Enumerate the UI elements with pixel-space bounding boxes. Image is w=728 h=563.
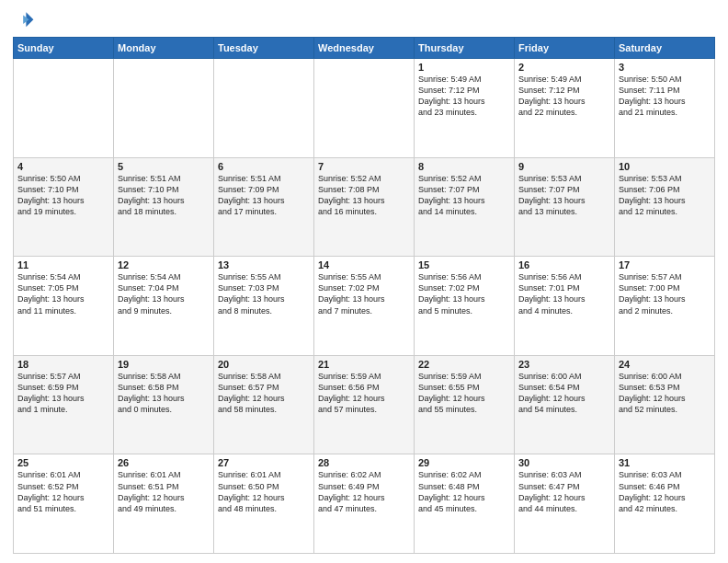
day-number: 24 xyxy=(619,359,711,370)
calendar-header-friday: Friday xyxy=(515,38,615,59)
day-number: 25 xyxy=(17,457,109,468)
day-info: Sunrise: 6:02 AM Sunset: 6:48 PM Dayligh… xyxy=(418,469,510,514)
day-info: Sunrise: 5:49 AM Sunset: 7:12 PM Dayligh… xyxy=(418,74,510,119)
calendar-cell: 2Sunrise: 5:49 AM Sunset: 7:12 PM Daylig… xyxy=(515,59,615,158)
day-info: Sunrise: 6:02 AM Sunset: 6:49 PM Dayligh… xyxy=(318,469,410,514)
calendar-cell: 16Sunrise: 5:56 AM Sunset: 7:01 PM Dayli… xyxy=(515,257,615,356)
calendar-cell: 26Sunrise: 6:01 AM Sunset: 6:51 PM Dayli… xyxy=(114,454,214,554)
calendar-header-sunday: Sunday xyxy=(14,38,114,59)
day-info: Sunrise: 5:53 AM Sunset: 7:06 PM Dayligh… xyxy=(619,173,711,218)
day-number: 8 xyxy=(418,161,510,172)
calendar-week-5: 25Sunrise: 6:01 AM Sunset: 6:52 PM Dayli… xyxy=(14,454,715,554)
day-info: Sunrise: 5:55 AM Sunset: 7:03 PM Dayligh… xyxy=(218,271,310,316)
day-info: Sunrise: 6:03 AM Sunset: 6:47 PM Dayligh… xyxy=(518,469,610,514)
day-number: 17 xyxy=(619,259,711,270)
day-info: Sunrise: 5:49 AM Sunset: 7:12 PM Dayligh… xyxy=(518,74,610,119)
calendar-cell: 8Sunrise: 5:52 AM Sunset: 7:07 PM Daylig… xyxy=(415,157,515,257)
calendar-week-2: 4Sunrise: 5:50 AM Sunset: 7:10 PM Daylig… xyxy=(14,157,715,257)
calendar-cell: 10Sunrise: 5:53 AM Sunset: 7:06 PM Dayli… xyxy=(615,157,715,257)
day-number: 1 xyxy=(418,62,510,73)
day-info: Sunrise: 6:01 AM Sunset: 6:51 PM Dayligh… xyxy=(118,469,210,514)
calendar-cell: 1Sunrise: 5:49 AM Sunset: 7:12 PM Daylig… xyxy=(415,59,515,158)
day-info: Sunrise: 5:59 AM Sunset: 6:55 PM Dayligh… xyxy=(418,371,510,416)
calendar-cell: 24Sunrise: 6:00 AM Sunset: 6:53 PM Dayli… xyxy=(615,355,715,454)
day-info: Sunrise: 5:52 AM Sunset: 7:08 PM Dayligh… xyxy=(318,173,410,218)
day-number: 6 xyxy=(218,161,310,172)
day-info: Sunrise: 5:58 AM Sunset: 6:58 PM Dayligh… xyxy=(118,371,210,416)
calendar-cell: 28Sunrise: 6:02 AM Sunset: 6:49 PM Dayli… xyxy=(314,454,415,554)
calendar-header-tuesday: Tuesday xyxy=(214,38,314,59)
day-info: Sunrise: 5:58 AM Sunset: 6:57 PM Dayligh… xyxy=(218,371,310,416)
day-number: 28 xyxy=(318,457,410,468)
calendar-cell: 13Sunrise: 5:55 AM Sunset: 7:03 PM Dayli… xyxy=(214,257,314,356)
day-info: Sunrise: 6:01 AM Sunset: 6:52 PM Dayligh… xyxy=(17,469,109,514)
calendar-cell: 6Sunrise: 5:51 AM Sunset: 7:09 PM Daylig… xyxy=(214,157,314,257)
page: SundayMondayTuesdayWednesdayThursdayFrid… xyxy=(0,0,728,563)
day-info: Sunrise: 5:50 AM Sunset: 7:10 PM Dayligh… xyxy=(17,173,109,218)
day-number: 11 xyxy=(17,259,109,270)
day-number: 29 xyxy=(418,457,510,468)
day-number: 15 xyxy=(418,259,510,270)
day-info: Sunrise: 5:57 AM Sunset: 7:00 PM Dayligh… xyxy=(619,271,711,316)
day-number: 10 xyxy=(619,161,711,172)
calendar-cell: 17Sunrise: 5:57 AM Sunset: 7:00 PM Dayli… xyxy=(615,257,715,356)
header xyxy=(13,9,715,31)
calendar-week-1: 1Sunrise: 5:49 AM Sunset: 7:12 PM Daylig… xyxy=(14,59,715,158)
calendar-cell: 12Sunrise: 5:54 AM Sunset: 7:04 PM Dayli… xyxy=(114,257,214,356)
calendar-cell: 14Sunrise: 5:55 AM Sunset: 7:02 PM Dayli… xyxy=(314,257,415,356)
calendar-cell xyxy=(214,59,314,158)
day-info: Sunrise: 6:03 AM Sunset: 6:46 PM Dayligh… xyxy=(619,469,711,514)
calendar-cell xyxy=(114,59,214,158)
calendar-cell: 27Sunrise: 6:01 AM Sunset: 6:50 PM Dayli… xyxy=(214,454,314,554)
day-number: 31 xyxy=(619,457,711,468)
logo-icon xyxy=(13,9,35,31)
calendar-cell: 23Sunrise: 6:00 AM Sunset: 6:54 PM Dayli… xyxy=(515,355,615,454)
day-number: 7 xyxy=(318,161,410,172)
day-info: Sunrise: 5:52 AM Sunset: 7:07 PM Dayligh… xyxy=(418,173,510,218)
day-number: 5 xyxy=(118,161,210,172)
day-info: Sunrise: 5:53 AM Sunset: 7:07 PM Dayligh… xyxy=(518,173,610,218)
calendar-header-thursday: Thursday xyxy=(415,38,515,59)
calendar-week-4: 18Sunrise: 5:57 AM Sunset: 6:59 PM Dayli… xyxy=(14,355,715,454)
calendar-cell: 29Sunrise: 6:02 AM Sunset: 6:48 PM Dayli… xyxy=(415,454,515,554)
calendar-cell xyxy=(314,59,415,158)
calendar-cell: 18Sunrise: 5:57 AM Sunset: 6:59 PM Dayli… xyxy=(14,355,114,454)
calendar-cell: 21Sunrise: 5:59 AM Sunset: 6:56 PM Dayli… xyxy=(314,355,415,454)
day-number: 9 xyxy=(518,161,610,172)
calendar-cell: 9Sunrise: 5:53 AM Sunset: 7:07 PM Daylig… xyxy=(515,157,615,257)
calendar-cell: 5Sunrise: 5:51 AM Sunset: 7:10 PM Daylig… xyxy=(114,157,214,257)
calendar-week-3: 11Sunrise: 5:54 AM Sunset: 7:05 PM Dayli… xyxy=(14,257,715,356)
day-info: Sunrise: 5:54 AM Sunset: 7:04 PM Dayligh… xyxy=(118,271,210,316)
calendar-cell: 25Sunrise: 6:01 AM Sunset: 6:52 PM Dayli… xyxy=(14,454,114,554)
calendar-cell: 15Sunrise: 5:56 AM Sunset: 7:02 PM Dayli… xyxy=(415,257,515,356)
calendar-header-wednesday: Wednesday xyxy=(314,38,415,59)
day-number: 20 xyxy=(218,359,310,370)
calendar-cell: 20Sunrise: 5:58 AM Sunset: 6:57 PM Dayli… xyxy=(214,355,314,454)
day-number: 12 xyxy=(118,259,210,270)
calendar-cell: 30Sunrise: 6:03 AM Sunset: 6:47 PM Dayli… xyxy=(515,454,615,554)
calendar-cell: 11Sunrise: 5:54 AM Sunset: 7:05 PM Dayli… xyxy=(14,257,114,356)
calendar-cell: 4Sunrise: 5:50 AM Sunset: 7:10 PM Daylig… xyxy=(14,157,114,257)
day-number: 13 xyxy=(218,259,310,270)
day-number: 19 xyxy=(118,359,210,370)
calendar-cell xyxy=(14,59,114,158)
day-info: Sunrise: 5:50 AM Sunset: 7:11 PM Dayligh… xyxy=(619,74,711,119)
day-number: 3 xyxy=(619,62,711,73)
day-number: 2 xyxy=(518,62,610,73)
calendar-cell: 7Sunrise: 5:52 AM Sunset: 7:08 PM Daylig… xyxy=(314,157,415,257)
day-number: 16 xyxy=(518,259,610,270)
calendar-cell: 22Sunrise: 5:59 AM Sunset: 6:55 PM Dayli… xyxy=(415,355,515,454)
day-info: Sunrise: 6:00 AM Sunset: 6:54 PM Dayligh… xyxy=(518,371,610,416)
day-info: Sunrise: 6:01 AM Sunset: 6:50 PM Dayligh… xyxy=(218,469,310,514)
calendar-cell: 19Sunrise: 5:58 AM Sunset: 6:58 PM Dayli… xyxy=(114,355,214,454)
day-number: 14 xyxy=(318,259,410,270)
calendar-header-saturday: Saturday xyxy=(615,38,715,59)
day-info: Sunrise: 6:00 AM Sunset: 6:53 PM Dayligh… xyxy=(619,371,711,416)
day-number: 22 xyxy=(418,359,510,370)
calendar-cell: 31Sunrise: 6:03 AM Sunset: 6:46 PM Dayli… xyxy=(615,454,715,554)
logo xyxy=(13,9,39,31)
calendar-cell: 3Sunrise: 5:50 AM Sunset: 7:11 PM Daylig… xyxy=(615,59,715,158)
day-number: 26 xyxy=(118,457,210,468)
calendar-header-monday: Monday xyxy=(114,38,214,59)
day-info: Sunrise: 5:56 AM Sunset: 7:02 PM Dayligh… xyxy=(418,271,510,316)
